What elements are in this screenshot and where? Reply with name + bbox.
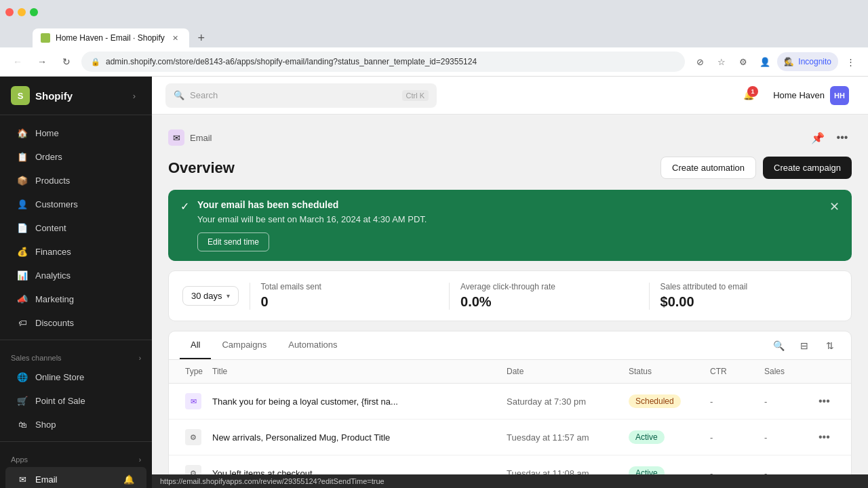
row-3-status: Active: [623, 457, 705, 474]
sidebar-item-shop-label: Shop: [35, 420, 56, 430]
sidebar-item-email[interactable]: ✉ Email 🔔: [5, 467, 146, 488]
shopify-bag-icon: S: [11, 86, 30, 105]
stat-total-sent-label: Total emails sent: [261, 282, 438, 291]
row-1-status: Scheduled: [623, 385, 705, 418]
sidebar-item-home[interactable]: 🏠 Home: [5, 121, 146, 144]
reload-button[interactable]: ↻: [57, 52, 76, 71]
browser-titlebar: [0, 0, 868, 24]
tab-campaigns-label: Campaigns: [222, 340, 267, 350]
bookmark-button[interactable]: ☆: [712, 52, 731, 71]
account-button[interactable]: 👤: [755, 52, 774, 71]
period-select[interactable]: 30 days ▾: [182, 286, 239, 306]
sidebar-item-shop[interactable]: 🛍 Shop: [5, 413, 146, 436]
forward-button[interactable]: →: [33, 52, 52, 71]
topbar-right: 🔔 1 Home Haven HH: [738, 83, 854, 108]
tab-automations-label: Automations: [288, 340, 337, 350]
window-close-button[interactable]: [5, 8, 14, 16]
stat-ctr-label: Average click-through rate: [460, 282, 637, 291]
email-notification-icon[interactable]: 🔔: [122, 472, 136, 486]
col-status-header: Status: [623, 360, 705, 383]
sidebar-item-customers[interactable]: 👤 Customers: [5, 192, 146, 216]
menu-button[interactable]: ⋮: [841, 52, 860, 71]
table-row[interactable]: ⚙ You left items at checkout Tuesday at …: [169, 455, 851, 474]
sidebar-item-analytics[interactable]: 📊 Analytics: [5, 264, 146, 287]
window-maximize-button[interactable]: [30, 8, 38, 16]
window-minimize-button[interactable]: [18, 8, 26, 16]
toolbar-actions: ⊘ ☆ ⚙ 👤 🕵 Incognito ⋮: [690, 52, 860, 71]
sidebar-item-orders-label: Orders: [35, 152, 62, 162]
table-tabs: All Campaigns Automations 🔍 ⊟ ⇅: [169, 331, 851, 360]
sidebar-item-online-store[interactable]: 🌐 Online Store: [5, 365, 146, 388]
new-tab-button[interactable]: +: [192, 28, 211, 47]
extensions-button[interactable]: ⚙: [734, 52, 753, 71]
home-icon: 🏠: [16, 127, 28, 139]
store-button[interactable]: Home Haven HH: [768, 83, 854, 108]
search-placeholder: Search: [190, 90, 218, 100]
point-of-sale-icon: 🛒: [16, 394, 28, 407]
row-2-title: New arrivals, Personalized Mug, Product …: [207, 423, 501, 452]
col-type-header: Type: [180, 360, 207, 383]
sidebar-item-finances[interactable]: 💰 Finances: [5, 240, 146, 263]
sidebar-item-content[interactable]: 📄 Content: [5, 216, 146, 239]
search-bar[interactable]: 🔍 Search Ctrl K: [165, 83, 437, 108]
more-options-icon[interactable]: •••: [833, 128, 852, 147]
apps-section[interactable]: Apps ›: [0, 447, 152, 466]
row-2-gear-icon: ⚙: [185, 429, 201, 445]
row-2-actions[interactable]: •••: [813, 422, 840, 453]
browser-toolbar: ← → ↻ 🔒 admin.shopify.com/store/de8143-a…: [0, 47, 868, 77]
sales-channels-section[interactable]: Sales channels ›: [0, 346, 152, 365]
create-automation-button[interactable]: Create automation: [660, 157, 756, 179]
app-layout: S Shopify › 🏠 Home 📋 Orders 📦 Products 👤…: [0, 77, 868, 488]
notification-badge: 1: [747, 86, 758, 97]
sidebar-item-marketing[interactable]: 📣 Marketing: [5, 287, 146, 310]
address-bar[interactable]: 🔒 admin.shopify.com/store/de8143-a6/apps…: [81, 52, 685, 72]
success-banner-title: Your email has been scheduled: [197, 199, 816, 210]
create-campaign-button[interactable]: Create campaign: [763, 157, 852, 179]
table-search-button[interactable]: 🔍: [768, 336, 789, 356]
banner-close-icon[interactable]: ✕: [829, 199, 840, 214]
row-1-title: Thank you for being a loyal customer, {f…: [207, 387, 501, 416]
sidebar-item-orders[interactable]: 📋 Orders: [5, 145, 146, 168]
tab-campaigns[interactable]: Campaigns: [211, 331, 277, 359]
browser-tab-active[interactable]: Home Haven - Email · Shopify ✕: [33, 28, 189, 47]
row-1-actions[interactable]: •••: [813, 386, 840, 417]
sidebar: S Shopify › 🏠 Home 📋 Orders 📦 Products 👤…: [0, 77, 152, 488]
row-1-menu-icon[interactable]: •••: [818, 395, 830, 407]
col-actions-header: [813, 360, 840, 383]
pin-icon[interactable]: 📌: [808, 128, 827, 147]
period-label: 30 days: [191, 291, 222, 301]
stat-sales-label: Sales attributed to email: [660, 282, 837, 291]
tab-close-icon[interactable]: ✕: [170, 33, 181, 43]
sidebar-item-point-of-sale[interactable]: 🛒 Point of Sale: [5, 389, 146, 412]
back-button[interactable]: ←: [8, 52, 27, 71]
stat-total-sent-value: 0: [261, 294, 438, 310]
page-actions: Create automation Create campaign: [660, 157, 852, 179]
row-2-type: ⚙: [180, 420, 207, 455]
sidebar-item-products-label: Products: [35, 176, 70, 186]
table-row[interactable]: ⚙ New arrivals, Personalized Mug, Produc…: [169, 420, 851, 455]
table-sort-button[interactable]: ⇅: [820, 336, 840, 356]
stat-sales-value: $0.00: [660, 294, 837, 310]
row-3-type: ⚙: [180, 455, 207, 474]
table-row[interactable]: ✉ Thank you for being a loyal customer, …: [169, 384, 851, 420]
stats-divider-2: [449, 283, 450, 310]
sidebar-chevron-icon[interactable]: ›: [127, 89, 141, 102]
sidebar-item-finances-label: Finances: [35, 247, 71, 257]
tab-favicon: [41, 33, 50, 43]
tab-automations[interactable]: Automations: [277, 331, 348, 359]
row-1-type: ✉: [180, 384, 207, 419]
tab-all[interactable]: All: [180, 331, 211, 359]
table-filter-button[interactable]: ⊟: [794, 336, 814, 356]
sidebar-item-online-store-label: Online Store: [35, 372, 84, 382]
main-area: 🔍 Search Ctrl K 🔔 1 Home Haven HH ✉ Em: [152, 77, 868, 488]
notification-button[interactable]: 🔔 1: [738, 85, 760, 106]
shopify-logo[interactable]: S Shopify: [11, 86, 73, 105]
stats-card: 30 days ▾ Total emails sent 0 Average cl…: [168, 270, 852, 321]
edit-send-time-button[interactable]: Edit send time: [197, 232, 269, 251]
incognito-icon: 🕵: [784, 57, 794, 66]
sidebar-item-discounts[interactable]: 🏷 Discounts: [5, 311, 146, 334]
screenshare-button[interactable]: ⊘: [690, 52, 709, 71]
row-2-menu-icon[interactable]: •••: [818, 431, 830, 443]
topbar: 🔍 Search Ctrl K 🔔 1 Home Haven HH: [152, 77, 868, 115]
sidebar-item-products[interactable]: 📦 Products: [5, 169, 146, 192]
